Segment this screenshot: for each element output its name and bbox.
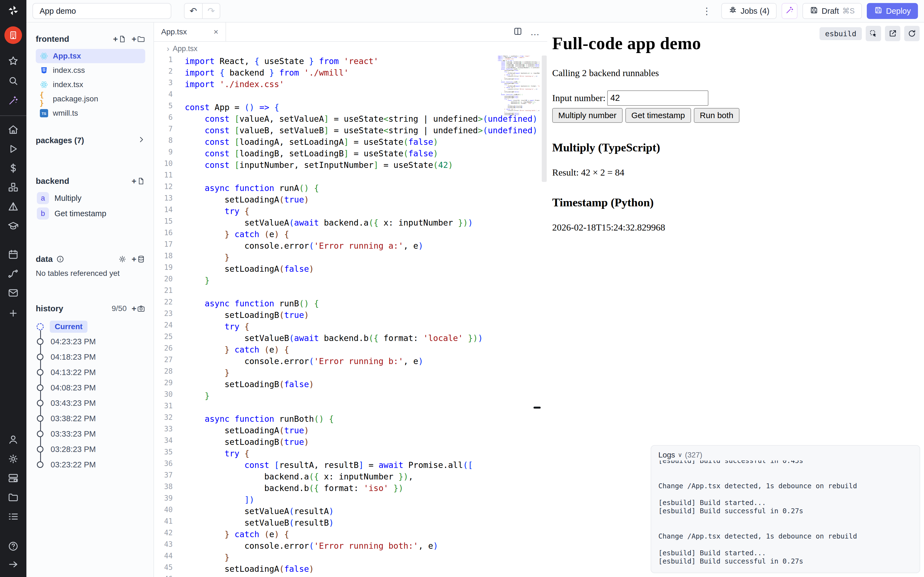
- blocks-icon[interactable]: [6, 181, 20, 194]
- history-entry[interactable]: 04:13:22 PM: [36, 364, 145, 380]
- code-line-17[interactable]: 17 console.error('Error running a:', e): [154, 240, 547, 252]
- editor-more-icon[interactable]: …: [530, 27, 540, 37]
- packages-row[interactable]: packages (7): [36, 136, 145, 145]
- file-item-App-tsx[interactable]: App.tsx: [36, 49, 145, 63]
- run-both-button[interactable]: Run both: [694, 108, 740, 123]
- workspace-switcher-button[interactable]: [5, 26, 22, 44]
- help-icon[interactable]: [6, 540, 20, 553]
- code-line-31[interactable]: 31: [154, 402, 547, 413]
- code-line-46[interactable]: 46 setLoadingB(false): [154, 575, 547, 577]
- add-runnable-button[interactable]: +: [131, 176, 145, 186]
- windmill-logo-icon[interactable]: [6, 4, 20, 17]
- chevron-down-icon[interactable]: ∨: [678, 451, 682, 459]
- flow-route-icon[interactable]: [6, 267, 20, 280]
- worker-group-icon[interactable]: [6, 472, 20, 485]
- code-line-28[interactable]: 28 }: [154, 367, 547, 379]
- add-database-button[interactable]: +: [131, 255, 145, 264]
- home-icon[interactable]: [6, 123, 20, 136]
- code-line-41[interactable]: 41 setValueB(resultB): [154, 517, 547, 529]
- folder-icon[interactable]: [6, 491, 20, 504]
- code-line-13[interactable]: 13 setLoadingA(true): [154, 194, 547, 206]
- open-external-button[interactable]: [885, 26, 900, 41]
- code-line-16[interactable]: 16 } catch (e) {: [154, 229, 547, 240]
- tab-app-tsx[interactable]: App.tsx ×: [154, 23, 226, 41]
- add-file-button[interactable]: +: [113, 34, 127, 44]
- code-line-15[interactable]: 15 setValueA(await backend.a({ x: inputN…: [154, 217, 547, 229]
- add-snapshot-button[interactable]: +: [131, 304, 145, 313]
- code-line-8[interactable]: 8 const [loadingA, setLoadingA] = useSta…: [154, 136, 547, 148]
- code-line-39[interactable]: 39 ]): [154, 494, 547, 506]
- code-line-14[interactable]: 14 try {: [154, 206, 547, 217]
- dollar-icon[interactable]: [6, 161, 20, 175]
- code-line-12[interactable]: 12 async function runA() {: [154, 182, 547, 194]
- mail-icon[interactable]: [6, 286, 20, 300]
- prism-icon[interactable]: [6, 200, 20, 213]
- code-line-33[interactable]: 33 setLoadingA(true): [154, 425, 547, 436]
- draft-button[interactable]: Draft ⌘S: [803, 3, 862, 19]
- code-line-20[interactable]: 20 }: [154, 275, 547, 286]
- code-line-22[interactable]: 22 async function runB() {: [154, 298, 547, 309]
- jobs-button[interactable]: Jobs (4): [721, 3, 777, 19]
- code-line-32[interactable]: 32 async function runBoth() {: [154, 413, 547, 425]
- code-line-9[interactable]: 9 const [loadingB, setLoadingB] = useSta…: [154, 148, 547, 160]
- refresh-button[interactable]: [904, 26, 919, 41]
- code-line-19[interactable]: 19 setLoadingA(false): [154, 263, 547, 275]
- code-line-2[interactable]: 2import { backend } from './wmill': [154, 67, 547, 79]
- search-icon[interactable]: [6, 74, 20, 87]
- code-line-23[interactable]: 23 setLoadingB(true): [154, 309, 547, 321]
- undo-button[interactable]: ↶: [184, 3, 202, 18]
- history-entry[interactable]: 04:08:23 PM: [36, 380, 145, 395]
- code-line-3[interactable]: 3import './index.css': [154, 79, 547, 90]
- ai-assistant-button[interactable]: [782, 3, 798, 19]
- split-editor-icon[interactable]: [513, 27, 522, 37]
- code-line-43[interactable]: 43 console.error('Error running both:', …: [154, 540, 547, 552]
- editor-scrollbar[interactable]: [541, 55, 547, 577]
- more-options-kebab[interactable]: ⋮: [697, 5, 716, 16]
- code-line-18[interactable]: 18 }: [154, 252, 547, 263]
- calendar-icon[interactable]: [6, 248, 20, 261]
- code-line-40[interactable]: 40 setValueA(resultA): [154, 506, 547, 517]
- multiply-number-button[interactable]: Multiply number: [552, 108, 623, 123]
- code-line-36[interactable]: 36 const [resultA, resultB] = await Prom…: [154, 459, 547, 471]
- deploy-button[interactable]: Deploy: [867, 3, 918, 19]
- close-tab-icon[interactable]: ×: [213, 27, 218, 37]
- data-settings-gear-icon[interactable]: [118, 255, 126, 263]
- history-entry[interactable]: 04:18:23 PM: [36, 349, 145, 364]
- logs-title[interactable]: Logs: [658, 451, 675, 459]
- file-item-index-css[interactable]: index.css: [36, 63, 145, 77]
- list-icon[interactable]: [6, 510, 20, 523]
- code-line-37[interactable]: 37 backend.a({ x: inputNumber }),: [154, 471, 547, 482]
- history-entry[interactable]: 04:23:23 PM: [36, 334, 145, 349]
- code-line-5[interactable]: 5const App = () => {: [154, 102, 547, 113]
- file-item-wmill-ts[interactable]: TSwmill.ts: [36, 106, 145, 120]
- code-line-30[interactable]: 30 }: [154, 390, 547, 402]
- star-icon[interactable]: [6, 55, 20, 68]
- code-line-11[interactable]: 11: [154, 171, 547, 182]
- code-line-29[interactable]: 29 setLoadingB(false): [154, 379, 547, 390]
- select-element-button[interactable]: [866, 26, 881, 41]
- ai-wand-icon[interactable]: [6, 94, 20, 107]
- file-item-package-json[interactable]: { }package.json: [36, 92, 145, 106]
- plus-icon[interactable]: [6, 307, 20, 320]
- code-line-4[interactable]: 4: [154, 90, 547, 102]
- code-line-25[interactable]: 25 setValueB(await backend.b({ format: '…: [154, 332, 547, 344]
- history-current-item[interactable]: Current: [36, 319, 145, 334]
- code-line-27[interactable]: 27 console.error('Error running b:', e): [154, 356, 547, 367]
- redo-button[interactable]: ↷: [202, 3, 220, 18]
- history-entry[interactable]: 03:28:23 PM: [36, 442, 145, 457]
- code-line-6[interactable]: 6 const [valueA, setValueA] = useState<s…: [154, 113, 547, 125]
- file-item-index-tsx[interactable]: index.tsx: [36, 77, 145, 92]
- code-line-35[interactable]: 35 try {: [154, 448, 547, 459]
- settings-gear-icon[interactable]: [6, 452, 20, 466]
- graduation-cap-icon[interactable]: [6, 219, 20, 232]
- app-name-input[interactable]: [32, 3, 171, 19]
- code-area[interactable]: 1import React, { useState } from 'react'…: [154, 55, 547, 577]
- code-line-38[interactable]: 38 backend.b({ format: 'iso' }): [154, 482, 547, 494]
- code-line-1[interactable]: 1import React, { useState } from 'react': [154, 55, 547, 67]
- user-icon[interactable]: [6, 433, 20, 446]
- panel-resize-handle[interactable]: [533, 407, 541, 409]
- runs-play-icon[interactable]: [6, 142, 20, 156]
- runnable-item-b[interactable]: bGet timestamp: [36, 206, 145, 221]
- code-line-42[interactable]: 42 } catch (e) {: [154, 529, 547, 540]
- code-line-45[interactable]: 45 setLoadingA(false): [154, 563, 547, 575]
